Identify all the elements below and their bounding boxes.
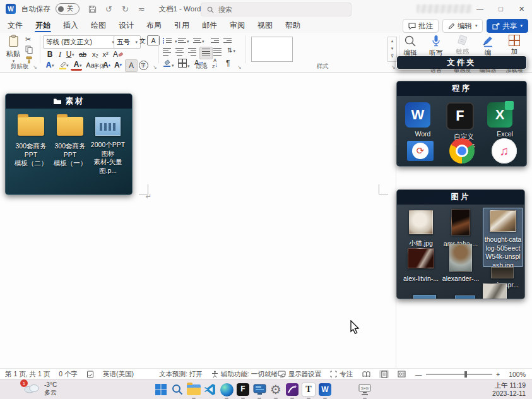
print-layout-button[interactable] (379, 370, 388, 378)
tab-design[interactable]: 设计 (112, 18, 140, 33)
tab-layout[interactable]: 布局 (140, 18, 168, 33)
web-layout-button[interactable] (398, 370, 406, 378)
zoom-in-button[interactable]: + (496, 371, 500, 378)
weather-widget[interactable]: 1 -3°C多云 (23, 381, 57, 396)
fence-pictures[interactable]: 图片 小猫.jpg amr-taha-... thought-catalog-5… (396, 189, 525, 299)
tab-review[interactable]: 审阅 (223, 18, 251, 33)
start-button[interactable] (153, 382, 168, 397)
display-settings[interactable]: 显示器设置 (278, 370, 322, 379)
page-indicator[interactable]: 第 1 页, 共 1 页 (5, 370, 50, 379)
align-right-button[interactable] (188, 48, 196, 57)
comments-button[interactable]: 批注 (403, 19, 439, 33)
fence-materials[interactable]: 素材 300套商务PPT 模板（二） 300套商务PPT 模板（一） 2000个… (5, 93, 133, 195)
fence-item[interactable]: 2000个PPT图标 素材-矢量图.p... (88, 117, 128, 176)
undo-icon[interactable]: ↺ (101, 1, 117, 16)
font-dialog-launcher[interactable]: ↘ (153, 64, 157, 70)
styles-dialog-launcher[interactable]: ↘ (391, 64, 396, 70)
fence-item[interactable]: X Excel (487, 102, 523, 139)
read-mode-button[interactable] (362, 370, 370, 378)
clear-formatting-button[interactable]: A (112, 49, 124, 60)
word-app-icon[interactable]: W (6, 4, 16, 14)
align-center-button[interactable] (175, 48, 184, 57)
increase-indent-button[interactable] (223, 37, 232, 44)
taskbar-clock[interactable]: 上午 11:19 2023-12-11 (492, 381, 526, 398)
paste-button[interactable]: 粘贴 ▾ (4, 35, 23, 64)
typora-icon[interactable]: T (301, 382, 316, 397)
superscript-button[interactable]: x² (100, 49, 111, 60)
fence-item[interactable]: alex-litvin-... (402, 248, 440, 283)
addins-button[interactable]: 加 (502, 35, 526, 56)
photo-thumbnail-clipped[interactable] (483, 283, 507, 299)
zoom-slider-thumb[interactable] (464, 371, 467, 378)
tab-file[interactable]: 文件 (1, 18, 29, 33)
align-left-button[interactable] (163, 48, 171, 57)
tab-mailings[interactable]: 邮件 (196, 18, 223, 33)
cut-button[interactable]: ✂ (25, 35, 31, 44)
edge-icon[interactable] (219, 382, 234, 397)
search-input[interactable]: 搜索 (201, 3, 352, 16)
editing-group-button[interactable]: 编辑 (400, 35, 420, 57)
justify-button[interactable] (199, 47, 213, 59)
fence-item[interactable]: amr-taha-... (441, 209, 480, 249)
fence-item[interactable]: W Word (405, 102, 440, 139)
editor-button[interactable]: 编 (477, 35, 499, 57)
purple-app-icon[interactable] (285, 382, 300, 397)
fence-item[interactable]: 300套商务PPT 模板（二） (12, 117, 50, 168)
photo-thumbnail-clipped[interactable] (413, 295, 436, 299)
fence-item[interactable]: ⟳ (407, 141, 434, 164)
tab-view[interactable]: 视图 (251, 18, 279, 33)
style-normal[interactable] (251, 37, 293, 62)
word-taskbar-icon[interactable]: W (317, 382, 333, 397)
fence-item[interactable]: ♫ (492, 138, 517, 164)
save-icon[interactable] (85, 1, 101, 16)
fence-pictures-title[interactable]: 图片 (397, 190, 524, 205)
redo-icon[interactable]: ↻ (117, 1, 134, 16)
customize-toolbar-icon[interactable]: ≂ (134, 1, 150, 16)
taskbar-search-icon[interactable] (170, 382, 185, 397)
chevron-down-icon[interactable]: ▾ (72, 52, 74, 57)
minimize-button[interactable]: — (470, 0, 490, 18)
fence-programs[interactable]: 程序 W Word F 自定义 Fences X Excel ⟳ ♫ (396, 81, 527, 167)
tab-home[interactable]: 开始 (29, 18, 57, 33)
account-name-blurred[interactable] (417, 4, 472, 13)
text-prediction[interactable]: 文本预测: 打开 (159, 370, 203, 379)
paragraph-dialog-launcher[interactable]: ↘ (237, 64, 242, 70)
vscode-icon[interactable] (203, 382, 218, 397)
strikethrough-button[interactable]: ab (77, 49, 88, 60)
settings-gear-icon[interactable]: ⚙ (268, 382, 283, 397)
zoom-out-button[interactable]: — (415, 371, 422, 378)
fence-item[interactable]: 小猫.jpg (402, 210, 440, 248)
fence-item[interactable]: alexander-... (441, 244, 480, 283)
sensitivity-button[interactable]: 敏感 (452, 35, 473, 56)
screen-capture-icon[interactable]: S×G (357, 382, 372, 397)
character-border-button[interactable]: A (147, 35, 160, 45)
style-no-spacing[interactable] (299, 37, 338, 61)
editing-mode-button[interactable]: 编辑 ▾ (442, 19, 483, 33)
multilevel-list-button[interactable]: ▾ (193, 37, 204, 44)
proofing-icon[interactable] (86, 371, 94, 378)
zoom-slider[interactable] (426, 374, 492, 375)
tab-insert[interactable]: 插入 (57, 18, 85, 33)
styles-gallery-scroll[interactable]: ▴▾⊽ (387, 37, 397, 62)
fence-item[interactable]: 300套商务PPT 模板（一） (51, 117, 89, 168)
fence-folders[interactable]: 文件夹 (396, 56, 527, 69)
fence-materials-title-bar[interactable]: 素材 (6, 94, 132, 109)
dictate-button[interactable]: 听写 (425, 35, 447, 57)
clipboard-dialog-launcher[interactable]: ↘ (33, 64, 37, 70)
font-name-combo[interactable]: 等线 (西文正文)▾ (43, 35, 117, 49)
zoom-percentage[interactable]: 100% (509, 371, 526, 378)
line-spacing-button[interactable]: ⇅▾ (227, 47, 235, 54)
numbering-button[interactable]: ▾ (178, 37, 189, 44)
fence-item[interactable] (449, 138, 475, 166)
distribute-button[interactable] (213, 48, 222, 57)
tab-draw[interactable]: 绘图 (85, 18, 112, 33)
close-button[interactable]: ✕ (511, 0, 532, 18)
fence-item-selected[interactable]: thought-catalog-505eectW54k-unsplash.jpg (483, 208, 523, 267)
display-app-icon[interactable] (252, 382, 267, 397)
tab-references[interactable]: 引用 (168, 18, 196, 33)
autosave-toggle[interactable]: 关 (56, 3, 80, 15)
fence-programs-title[interactable]: 程序 (397, 81, 526, 96)
focus-mode[interactable]: 专注 (330, 370, 353, 379)
decrease-indent-button[interactable] (211, 37, 219, 44)
photo-thumbnail-clipped[interactable] (455, 295, 475, 299)
